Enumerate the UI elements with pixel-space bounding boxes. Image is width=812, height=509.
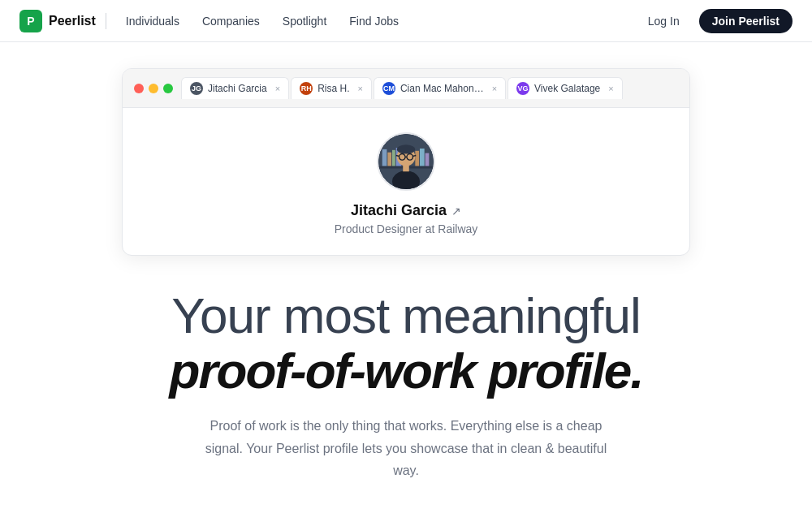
tab-close-cian[interactable]: × bbox=[492, 84, 497, 93]
logo-icon: P bbox=[19, 10, 42, 32]
avatar-svg bbox=[378, 134, 434, 189]
join-button[interactable]: Join Peerlist bbox=[699, 9, 793, 33]
hero-section: Your most meaningful proof-of-work profi… bbox=[170, 288, 643, 481]
tab-label-risa: Risa H. bbox=[317, 83, 349, 94]
tab-close-vivek[interactable]: × bbox=[608, 84, 613, 93]
svg-line-15 bbox=[413, 155, 417, 156]
svg-rect-4 bbox=[392, 150, 395, 166]
profile-card: Jitachi Garcia ↗ Product Designer at Rai… bbox=[123, 108, 689, 255]
svg-rect-6 bbox=[415, 151, 419, 166]
hero-heading-line1: Your most meaningful bbox=[170, 288, 643, 343]
tab-cian[interactable]: CM Cian Mac Mahon… × bbox=[374, 77, 506, 99]
hero-heading-line2: proof-of-work profile. bbox=[170, 343, 643, 399]
navbar: P Peerlist Individuals Companies Spotlig… bbox=[0, 0, 812, 42]
window-minimize-dot bbox=[149, 84, 158, 93]
nav-item-individuals[interactable]: Individuals bbox=[116, 10, 189, 32]
nav-item-spotlight[interactable]: Spotlight bbox=[273, 10, 336, 32]
tab-label-cian: Cian Mac Mahon… bbox=[400, 83, 484, 94]
window-close-dot bbox=[134, 84, 144, 93]
browser-mockup: JG Jitachi Garcia × RH Risa H. × CM Cian… bbox=[122, 68, 690, 256]
svg-rect-8 bbox=[425, 153, 430, 166]
nav-item-companies[interactable]: Companies bbox=[192, 10, 270, 32]
profile-name-row: Jitachi Garcia ↗ bbox=[351, 202, 461, 219]
navbar-actions: Log In Join Peerlist bbox=[638, 9, 793, 33]
nav-divider bbox=[106, 13, 106, 29]
tab-label-jitachi: Jitachi Garcia bbox=[208, 83, 267, 94]
profile-avatar bbox=[378, 134, 434, 189]
browser-tabs: JG Jitachi Garcia × RH Risa H. × CM Cian… bbox=[181, 77, 678, 99]
logo-text: Peerlist bbox=[49, 14, 96, 28]
tab-close-jitachi[interactable]: × bbox=[275, 84, 280, 93]
hero-heading: Your most meaningful proof-of-work profi… bbox=[170, 288, 643, 399]
profile-external-link-icon[interactable]: ↗ bbox=[451, 205, 461, 218]
tab-risa[interactable]: RH Risa H. × bbox=[291, 77, 372, 99]
logo-link[interactable]: P Peerlist bbox=[19, 10, 96, 32]
svg-rect-7 bbox=[420, 149, 425, 166]
nav-item-find-jobs[interactable]: Find Jobs bbox=[339, 10, 408, 32]
hero-subtitle: Proof of work is the only thing that wor… bbox=[203, 415, 609, 481]
profile-avatar-wrap bbox=[377, 132, 435, 191]
tab-close-risa[interactable]: × bbox=[357, 84, 362, 93]
svg-line-14 bbox=[396, 155, 400, 156]
tab-label-vivek: Vivek Galatage bbox=[534, 83, 600, 94]
tab-avatar-vivek: VG bbox=[516, 82, 529, 95]
browser-window-controls bbox=[134, 84, 173, 93]
svg-rect-3 bbox=[387, 153, 391, 166]
profile-title: Product Designer at Railway bbox=[335, 222, 478, 235]
svg-rect-2 bbox=[382, 149, 387, 166]
tab-avatar-risa: RH bbox=[300, 82, 313, 95]
nav-links: Individuals Companies Spotlight Find Job… bbox=[116, 10, 638, 32]
tab-jitachi[interactable]: JG Jitachi Garcia × bbox=[181, 77, 289, 99]
browser-toolbar: JG Jitachi Garcia × RH Risa H. × CM Cian… bbox=[123, 69, 689, 108]
login-button[interactable]: Log In bbox=[638, 10, 689, 32]
main-content: JG Jitachi Garcia × RH Risa H. × CM Cian… bbox=[0, 42, 812, 509]
window-maximize-dot bbox=[163, 84, 173, 93]
svg-point-16 bbox=[397, 145, 416, 153]
svg-rect-18 bbox=[403, 166, 409, 172]
tab-vivek[interactable]: VG Vivek Galatage × bbox=[508, 77, 623, 99]
tab-avatar-cian: CM bbox=[382, 82, 395, 95]
profile-name: Jitachi Garcia bbox=[351, 202, 447, 219]
tab-avatar-jitachi: JG bbox=[190, 82, 203, 95]
